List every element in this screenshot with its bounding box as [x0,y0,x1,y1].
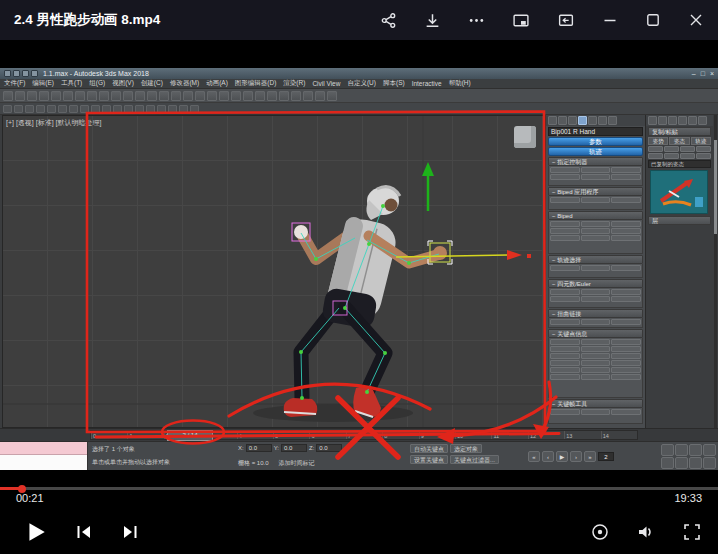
panel-control[interactable] [550,409,580,415]
panel-control[interactable] [550,374,580,380]
panel-control[interactable] [550,360,580,366]
panel-control[interactable] [581,235,611,241]
menu-item[interactable]: 自定义(U) [347,79,376,88]
panel-control[interactable] [581,360,611,366]
panel-scrollbar[interactable] [714,115,717,428]
panel-control[interactable] [581,319,611,325]
menu-item[interactable]: 视图(V) [112,79,134,88]
toolbar-icon[interactable] [327,91,337,101]
auto-key-button[interactable]: 自动关键点 [410,444,448,453]
viewport-nav-icon[interactable] [675,444,688,456]
panel-icon[interactable] [668,116,677,125]
viewcube[interactable] [514,126,536,148]
toolbar-icon[interactable] [39,91,49,101]
menu-item[interactable]: 动画(A) [206,79,228,88]
timeline-tick[interactable]: 9 [419,431,455,439]
panel-control[interactable] [581,167,611,173]
timeline-tick[interactable]: 12 [528,431,564,439]
menu-item[interactable]: 组(G) [89,79,105,88]
object-name-field[interactable]: Bip001 R Hand [548,127,643,136]
panel-control[interactable] [680,146,695,152]
panel-control[interactable] [611,174,641,180]
next-button[interactable] [120,522,140,542]
viewport-nav-icon[interactable] [661,444,674,456]
current-frame-field[interactable]: 2 [598,452,614,461]
toolbar-icon[interactable] [123,91,133,101]
menu-item[interactable]: 文件(F) [4,79,25,88]
panel-control[interactable] [611,289,641,295]
menu-item[interactable]: 工具(T) [61,79,82,88]
pose-tab[interactable]: 姿态 [669,137,689,145]
selected-object-dropdown[interactable]: 选定对象 [450,444,482,453]
menu-item[interactable]: Interactive [412,80,442,87]
menu-item[interactable]: 创建(C) [141,79,163,88]
panel-control[interactable] [648,153,663,159]
rollout-header[interactable]: − 轨迹选择 [548,255,643,264]
timeline-tick[interactable]: 4 [237,431,273,439]
menu-item[interactable]: 修改器(M) [170,79,199,88]
listener-script-row[interactable] [0,455,87,470]
max-maximize-button[interactable]: □ [701,68,705,79]
command-panel-tab-icon[interactable] [608,116,617,125]
cast-icon[interactable] [557,12,575,29]
more-options-icon[interactable] [468,12,485,29]
panel-control[interactable] [550,289,580,295]
panel-control[interactable] [611,221,641,227]
command-panel-tab-icon[interactable] [568,116,577,125]
panel-control[interactable] [611,339,641,345]
panel-control[interactable] [611,360,641,366]
panel-icon[interactable] [678,116,687,125]
copied-poses-dropdown[interactable]: 已复制的姿态 [648,160,711,168]
toolbar-icon[interactable] [303,91,313,101]
timeline-tick[interactable]: 0 [91,431,127,439]
minimize-button[interactable] [602,12,618,28]
toolbar-icon[interactable] [113,105,122,113]
toolbar-icon[interactable] [15,91,25,101]
toolbar-icon[interactable] [315,91,325,101]
settings-icon[interactable] [590,522,610,542]
toolbar-icon[interactable] [243,91,253,101]
max-minimize-button[interactable]: – [692,68,696,79]
time-tag-button[interactable]: 添加时间标记 [279,459,315,468]
toolbar-icon[interactable] [91,105,100,113]
panel-control[interactable] [581,353,611,359]
viewport-nav-icon[interactable] [703,444,716,456]
menu-item[interactable]: 帮助(H) [449,79,471,88]
menu-item[interactable]: 图形编辑器(D) [235,79,277,88]
panel-control[interactable] [581,197,611,203]
toolbar-icon[interactable] [190,105,199,113]
panel-control[interactable] [581,346,611,352]
menu-item[interactable]: 脚本(S) [383,79,405,88]
panel-control[interactable] [611,197,641,203]
panel-control[interactable] [581,339,611,345]
viewport-nav-icon[interactable] [703,457,716,469]
panel-control[interactable] [550,346,580,352]
listener-macro-row[interactable] [0,442,87,455]
motion-panel-button[interactable]: 轨迹 [548,147,643,156]
toolbar-icon[interactable] [195,91,205,101]
close-button[interactable] [688,12,704,28]
panel-icon[interactable] [658,116,667,125]
playback-button[interactable]: ▶ [556,451,568,462]
timeline-tick[interactable]: 6 [309,431,345,439]
toolbar-icon[interactable] [111,91,121,101]
layers-rollout-header[interactable]: 层 [648,216,711,225]
rollout-header[interactable]: − 关键点信息 [548,329,643,338]
timeline-tick[interactable]: 7 [346,431,382,439]
toolbar-icon[interactable] [69,105,78,113]
playback-button[interactable]: » [584,451,596,462]
toolbar-icon[interactable] [279,91,289,101]
timeline-tick[interactable]: 13 [564,431,600,439]
timeline-tick[interactable]: 8 [382,431,418,439]
toolbar-icon[interactable] [51,91,61,101]
menu-item[interactable]: 编辑(E) [32,79,54,88]
viewport-label[interactable]: [+] [透视] [标准] [默认明暗处理] [6,118,101,128]
playback-button[interactable]: › [570,451,582,462]
panel-icon[interactable] [688,116,697,125]
panel-control[interactable] [664,153,679,159]
coord-field[interactable]: 0.0 [281,444,307,452]
pose-tab[interactable]: 轨迹 [691,137,711,145]
toolbar-icon[interactable] [207,91,217,101]
toolbar-icon[interactable] [27,91,37,101]
panel-control[interactable] [611,235,641,241]
